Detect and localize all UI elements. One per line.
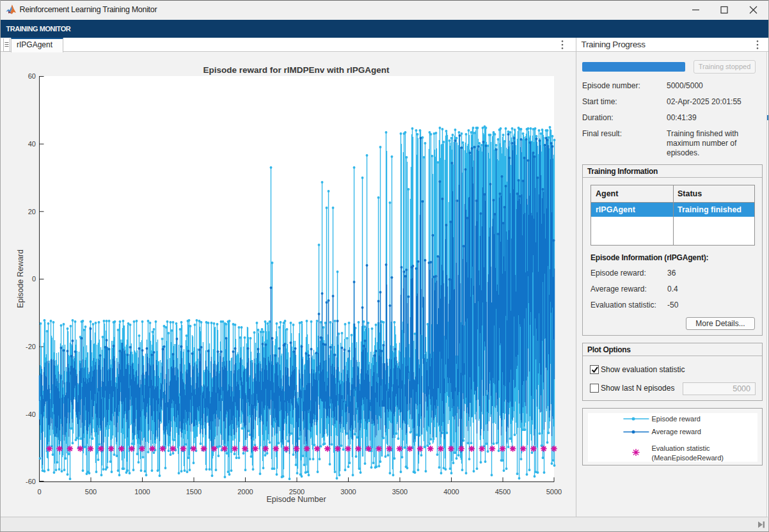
svg-text:3500: 3500: [392, 488, 408, 496]
svg-text:-40: -40: [26, 411, 36, 418]
svg-text:40: 40: [28, 140, 36, 148]
svg-text:Episode Number: Episode Number: [266, 495, 326, 504]
svg-text:-20: -20: [26, 343, 36, 350]
svg-text:4500: 4500: [495, 488, 511, 496]
svg-text:Episode reward for rIMDPEnv wi: Episode reward for rIMDPEnv with rIPGAge…: [203, 65, 390, 75]
svg-text:4000: 4000: [443, 488, 459, 496]
svg-text:1000: 1000: [134, 488, 150, 496]
svg-text:20: 20: [28, 208, 36, 215]
svg-text:Episode Reward: Episode Reward: [16, 249, 25, 308]
svg-text:5000: 5000: [546, 488, 562, 496]
svg-text:1500: 1500: [186, 488, 202, 496]
svg-text:0: 0: [32, 275, 36, 283]
svg-text:3000: 3000: [340, 488, 356, 496]
svg-text:0: 0: [37, 488, 41, 496]
svg-text:-60: -60: [26, 478, 36, 485]
svg-text:60: 60: [28, 72, 36, 80]
svg-text:500: 500: [85, 488, 97, 496]
svg-text:2000: 2000: [237, 488, 253, 496]
